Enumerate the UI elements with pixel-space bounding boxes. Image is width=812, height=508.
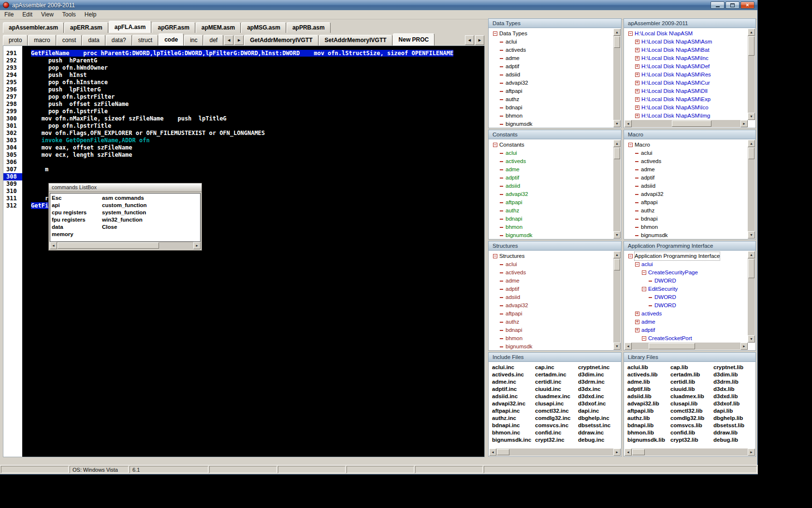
tree-item[interactable]: activeds [491, 157, 621, 165]
tree-item[interactable]: +activeds [626, 310, 755, 318]
scroll-left-icon[interactable]: ◄ [624, 343, 632, 350]
include-file-item[interactable]: authz.inc [492, 415, 535, 422]
scrollbar-thumb[interactable] [748, 148, 754, 159]
library-file-item[interactable]: adsiid.lib [627, 393, 670, 400]
scroll-up-icon[interactable]: ▲ [613, 140, 621, 147]
vertical-scrollbar[interactable]: ▲ ▼ [748, 29, 755, 120]
tree-item[interactable]: DWORD [626, 277, 755, 285]
tree-item[interactable]: +H:\Local Disk N\apASM\Res [626, 71, 755, 79]
scroll-down-icon[interactable]: ▼ [748, 231, 755, 239]
library-file-item[interactable]: certidl.lib [670, 378, 713, 386]
popup-category-label[interactable]: Close [102, 224, 200, 231]
tree-item[interactable]: bignumsdk [491, 231, 621, 239]
proc-scroll-right-icon[interactable]: ► [475, 35, 484, 45]
popup-row[interactable]: cpu registerssystem_function [50, 209, 200, 216]
collapse-icon[interactable]: − [628, 31, 633, 36]
proc-scroll-left-icon[interactable]: ◄ [465, 35, 474, 45]
expand-icon[interactable]: + [635, 89, 639, 93]
popup-category-label[interactable]: system_function [102, 209, 200, 216]
expand-icon[interactable]: + [635, 64, 639, 69]
scroll-down-icon[interactable]: ▼ [613, 231, 621, 239]
library-file-item[interactable]: ciuuid.lib [670, 386, 713, 393]
proc-tab-new-proc[interactable]: New PROC [393, 33, 435, 45]
tree-item[interactable]: authz [491, 207, 621, 215]
library-file-item[interactable]: d3dx.lib [713, 386, 756, 393]
tree-item[interactable]: +H:\Local Disk N\apASM\Cur [626, 79, 755, 87]
popup-category-label[interactable]: asm commands [102, 194, 200, 202]
include-file-item[interactable]: aftpapi.inc [492, 407, 535, 415]
tree-item[interactable]: activeds [491, 269, 621, 277]
tree-item[interactable]: bhmon [626, 223, 755, 231]
tree-item[interactable]: −Data Types [491, 30, 621, 38]
tree-item[interactable]: +H:\Local Disk N\apASM\Def [626, 62, 755, 71]
scroll-right-icon[interactable]: ► [193, 242, 201, 249]
popup-row[interactable]: dataClose [50, 224, 200, 231]
scrollbar-thumb[interactable] [632, 449, 645, 455]
scroll-down-icon[interactable]: ▼ [748, 113, 755, 120]
tree-item[interactable]: bhmon [491, 334, 621, 343]
scroll-right-icon[interactable]: ► [613, 448, 621, 456]
vertical-scrollbar[interactable]: ▲ ▼ [613, 140, 621, 239]
panel-header-api[interactable]: Application Programming Interface [624, 241, 756, 251]
include-file-item[interactable]: dbghelp.inc [578, 415, 621, 422]
file-tab-apgrf-asm[interactable]: apGRF.asm [152, 22, 195, 33]
tree-item[interactable]: adptif [491, 285, 621, 293]
code-line[interactable]: invoke GetOpenFileName,ADDR ofn [31, 137, 484, 144]
tree-item[interactable]: bdnapi [491, 104, 621, 112]
library-file-item[interactable]: comsvcs.lib [670, 422, 713, 429]
tree-item[interactable]: aclui [626, 149, 755, 157]
tree-item[interactable]: advapi32 [491, 301, 621, 310]
include-file-item[interactable]: certidl.inc [535, 378, 578, 386]
collapse-icon[interactable]: − [493, 31, 497, 36]
include-file-item[interactable]: ddraw.inc [578, 429, 621, 436]
close-button[interactable]: × [740, 1, 754, 9]
include-file-item[interactable]: comdlg32.inc [535, 415, 578, 422]
expand-icon[interactable]: + [635, 73, 639, 77]
tree-item[interactable]: adptif [491, 62, 621, 71]
include-file-item[interactable]: activeds.inc [492, 371, 535, 378]
scrollbar-thumb[interactable] [497, 449, 509, 455]
library-file-item[interactable]: aclui.lib [627, 364, 670, 371]
tree-item[interactable]: authz [491, 318, 621, 326]
vertical-scrollbar[interactable]: ▲ ▼ [613, 29, 621, 127]
panel-header-constants[interactable]: Constants [488, 130, 622, 139]
tree-item[interactable]: +H:\Local Disk N\apASM\Img [626, 112, 755, 120]
library-file-item[interactable]: ddraw.lib [713, 429, 756, 436]
scroll-left-icon[interactable]: ◄ [489, 448, 496, 456]
scroll-right-icon[interactable]: ► [740, 120, 748, 127]
popup-command-label[interactable]: fpu registers [50, 216, 102, 224]
menu-view[interactable]: View [37, 10, 58, 19]
vertical-scrollbar[interactable]: ▲ ▼ [748, 251, 755, 343]
tree-item[interactable]: adme [491, 54, 621, 62]
horizontal-scrollbar[interactable]: ◄ ► [624, 343, 748, 350]
scroll-left-icon[interactable]: ◄ [624, 120, 632, 127]
code-line[interactable]: pop ofn.hInstance [31, 79, 484, 86]
code-area[interactable]: GetFileName proc hParentG:DWORD,lpTitleG… [22, 46, 484, 457]
expand-icon[interactable]: + [635, 328, 639, 332]
tree-item[interactable]: −Macro [626, 141, 755, 149]
panel-header-structures[interactable]: Structures [488, 241, 622, 251]
tree-item[interactable]: aclui [491, 149, 621, 157]
menu-tools[interactable]: Tools [58, 10, 80, 19]
include-file-item[interactable]: adsiid.inc [492, 393, 535, 400]
tree-item[interactable]: bignumsdk [491, 120, 621, 128]
include-file-item[interactable]: cryptnet.inc [578, 364, 621, 371]
library-file-item[interactable]: comctl32.lib [670, 407, 713, 415]
tree-item[interactable]: −CreateSecurityPage [626, 269, 755, 277]
code-line[interactable]: mov ofn.nMaxFile, sizeof szFileName push… [31, 115, 484, 122]
panel-header-data-types[interactable]: Data Types [488, 18, 622, 28]
tree-item[interactable]: bignumsdk [491, 343, 621, 351]
scrollbar-thumb[interactable] [614, 148, 620, 159]
scroll-down-icon[interactable]: ▼ [613, 343, 621, 350]
menu-edit[interactable]: Edit [18, 10, 37, 19]
scroll-up-icon[interactable]: ▲ [748, 140, 755, 147]
expand-icon[interactable]: + [635, 114, 639, 118]
vertical-scrollbar[interactable]: ▲ ▼ [613, 251, 621, 350]
code-line[interactable] [31, 173, 484, 180]
section-tab-macro[interactable]: macro [28, 35, 56, 45]
tree-item[interactable]: adme [491, 165, 621, 174]
panel-header-library-files[interactable]: Library Files [624, 352, 756, 362]
scrollbar-thumb[interactable] [614, 259, 620, 270]
code-line[interactable]: pop ofn.hWndOwner [31, 64, 484, 72]
tree-item[interactable]: advapi32 [491, 190, 621, 198]
